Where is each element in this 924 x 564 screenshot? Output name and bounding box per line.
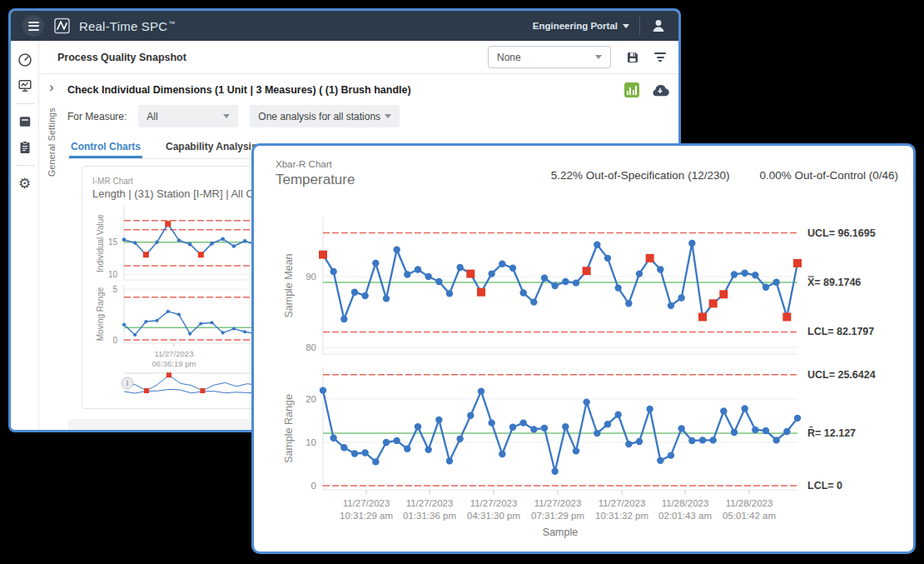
filter-icon[interactable] <box>654 52 666 62</box>
svg-text:01:31:36 pm: 01:31:36 pm <box>403 511 456 521</box>
svg-text:10:31:32 pm: 10:31:32 pm <box>595 511 648 521</box>
svg-text:20: 20 <box>306 394 316 404</box>
toolbar: Process Quality Snapshot None <box>39 41 681 74</box>
tab-general-settings[interactable]: General Settings <box>47 107 57 177</box>
svg-text:05:01:42 am: 05:01:42 am <box>723 511 776 521</box>
measure-select[interactable]: All <box>138 105 238 127</box>
work-instructions-icon[interactable] <box>17 139 33 156</box>
save-icon[interactable] <box>626 51 639 64</box>
header-divider <box>639 17 640 35</box>
dashboard-icon[interactable] <box>17 52 33 68</box>
svg-text:0: 0 <box>311 481 316 491</box>
app-logo-icon <box>54 17 71 34</box>
svg-text:Moving Range: Moving Range <box>96 287 105 341</box>
performance-monitor-icon[interactable] <box>17 77 33 94</box>
portal-dropdown[interactable]: Engineering Portal <box>533 21 629 31</box>
svg-text:10: 10 <box>306 437 316 447</box>
svg-text:X̿= 89.1746: X̿= 89.1746 <box>807 276 861 288</box>
svg-text:R̄= 12.127: R̄= 12.127 <box>807 427 856 438</box>
app-title: Real-Time SPC™ <box>79 19 175 33</box>
svg-text:Individual Value: Individual Value <box>96 214 105 272</box>
out-of-specification-stat: 5.22% Out-of-Specification (12/230) <box>551 169 730 182</box>
analysis-chart-icon[interactable] <box>624 82 639 97</box>
svg-text:Sample Range: Sample Range <box>283 394 295 463</box>
xbar-chart-type-label: Xbar-R Chart <box>276 159 355 169</box>
xbar-r-chart-window: 9080UCL= 96.1695X̿= 89.1746LCL= 82.1797S… <box>251 143 916 554</box>
svg-text:11/27/2023: 11/27/2023 <box>470 498 518 508</box>
svg-text:5: 5 <box>112 285 117 294</box>
svg-text:11/27/2023: 11/27/2023 <box>343 498 390 508</box>
svg-text:11/27/2023: 11/27/2023 <box>534 498 582 508</box>
chevron-down-icon <box>223 114 230 118</box>
svg-text:02:01:43 am: 02:01:43 am <box>658 511 712 521</box>
svg-text:10: 10 <box>108 270 118 279</box>
rail-divider <box>16 165 34 166</box>
cloud-download-icon[interactable] <box>651 83 669 97</box>
snapshot-profile-select[interactable]: None <box>488 46 611 68</box>
svg-text:11/27/2023: 11/27/2023 <box>155 349 194 358</box>
chevron-down-icon <box>385 114 391 118</box>
svg-text:10:31:29 am: 10:31:29 am <box>340 511 393 521</box>
svg-text:07:31:29 pm: 07:31:29 pm <box>531 511 584 521</box>
svg-text:LCL= 0: LCL= 0 <box>807 480 842 492</box>
portal-label: Engineering Portal <box>533 21 618 31</box>
svg-text:Sample Mean: Sample Mean <box>283 253 295 317</box>
for-measure-label: For Measure: <box>67 111 127 122</box>
analysis-title: Check Individual Dimensions (1 Unit | 3 … <box>67 84 411 96</box>
svg-text:90: 90 <box>306 272 316 282</box>
data-storage-icon[interactable] <box>17 113 33 130</box>
svg-text:04:31:30 pm: 04:31:30 pm <box>467 511 520 521</box>
svg-text:0: 0 <box>112 336 117 345</box>
svg-text:11/28/2023: 11/28/2023 <box>726 498 773 508</box>
analysis-mode-select[interactable]: One analysis for all stations <box>250 105 400 127</box>
page-title: Process Quality Snapshot <box>57 52 186 63</box>
xbar-r-chart-canvas: 9080UCL= 96.1695X̿= 89.1746LCL= 82.1797S… <box>254 146 913 552</box>
svg-text:11/27/2023: 11/27/2023 <box>406 498 454 508</box>
xbar-chart-title: Temperature <box>276 172 355 188</box>
settings-gear-icon[interactable]: ⚙ <box>17 175 33 192</box>
svg-text:80: 80 <box>306 342 316 352</box>
settings-side-strip: › General Settings <box>39 74 64 409</box>
svg-text:15: 15 <box>108 237 118 247</box>
chevron-down-icon <box>595 55 602 59</box>
menu-button[interactable] <box>22 15 44 37</box>
out-of-control-stat: 0.00% Out-of-Control (0/46) <box>759 169 898 182</box>
tab-capability-analysis[interactable]: Capability Analysis <box>164 136 259 158</box>
svg-text:LCL= 82.1797: LCL= 82.1797 <box>807 326 874 337</box>
svg-text:11/28/2023: 11/28/2023 <box>662 498 709 508</box>
rail-divider <box>16 103 34 104</box>
nav-rail: ⚙ <box>11 41 39 430</box>
measure-select-value: All <box>147 111 157 122</box>
trademark: ™ <box>168 20 175 27</box>
svg-text:UCL= 25.6424: UCL= 25.6424 <box>807 369 876 381</box>
desktop-background: Real-Time SPC™ Engineering Portal <box>0 0 924 564</box>
tab-control-charts[interactable]: Control Charts <box>69 136 142 158</box>
svg-text:UCL= 96.1695: UCL= 96.1695 <box>807 227 876 239</box>
user-icon[interactable] <box>650 17 667 34</box>
svg-text:06:36:19 pm: 06:36:19 pm <box>152 359 196 368</box>
svg-text:Sample: Sample <box>543 527 578 538</box>
app-header: Real-Time SPC™ Engineering Portal <box>11 11 678 41</box>
expand-chevron-icon[interactable]: › <box>49 81 53 94</box>
analysis-mode-value: One analysis for all stations <box>258 111 380 122</box>
snapshot-profile-value: None <box>497 52 521 63</box>
chevron-down-icon <box>623 24 629 28</box>
svg-text:11/27/2023: 11/27/2023 <box>599 498 646 508</box>
